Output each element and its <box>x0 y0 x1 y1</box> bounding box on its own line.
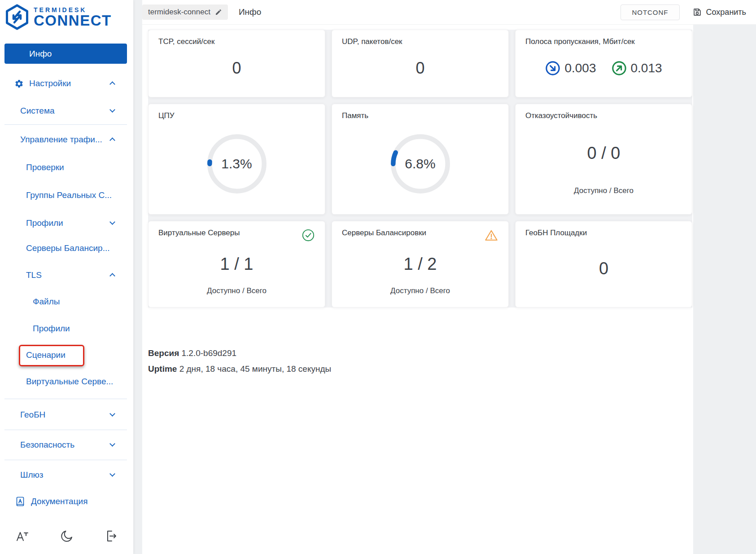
balancer-servers-value: 1 / 2 <box>342 242 498 286</box>
dashboard-card-grid: TCP, сессий/сек 0 UDP, пакетов/сек 0 Пол… <box>148 30 692 308</box>
logout-icon[interactable] <box>105 529 119 543</box>
card-memory: Память 6.8% <box>332 104 509 215</box>
sidebar-item-real-server-groups[interactable]: Группы Реальных С... <box>4 185 127 205</box>
sidebar-item-virtual-servers[interactable]: Виртуальные Серве... <box>4 372 127 391</box>
page-title: Инфо <box>239 7 261 17</box>
sidebar-item-label: Система <box>20 106 55 116</box>
sidebar-item-label: Профили <box>26 218 63 228</box>
sidebar-item-label: Проверки <box>26 163 64 172</box>
memory-gauge: 6.8% <box>389 132 452 195</box>
system-meta: Версия 1.2.0-b69d291 Uptime 2 дня, 18 ча… <box>148 345 331 377</box>
status-ok-check-icon <box>302 229 315 242</box>
sidebar-item-security[interactable]: Безопасность <box>4 435 127 455</box>
chevron-up-icon <box>109 273 115 279</box>
language-icon[interactable] <box>14 529 29 543</box>
sidebar-divider <box>4 460 127 460</box>
bandwidth-inbound: 0.003 <box>545 61 596 76</box>
sidebar-item-tls-files[interactable]: Файлы <box>4 292 127 312</box>
card-tcp: TCP, сессий/сек 0 <box>148 30 325 97</box>
app-window: TERMIDESK CONNECT Инфо Настройки Система… <box>0 0 756 554</box>
floppy-save-icon <box>692 7 702 17</box>
memory-percent-label: 6.8% <box>389 132 452 195</box>
dark-mode-moon-icon[interactable] <box>60 529 74 543</box>
sidebar: TERMIDESK CONNECT Инфо Настройки Система… <box>0 0 133 554</box>
brand-logo[interactable]: TERMIDESK CONNECT <box>4 4 112 31</box>
sidebar-item-balancing-servers[interactable]: Серверы Балансир... <box>4 238 127 258</box>
bandwidth-values: 0.003 0.013 <box>525 46 682 90</box>
card-geo-sites: ГеоБН Площадки 0 <box>515 221 692 308</box>
edit-pencil-icon[interactable] <box>215 9 222 16</box>
sidebar-item-label: Безопасность <box>20 440 74 450</box>
sidebar-item-label: Настройки <box>29 79 71 88</box>
topbar-actions: NOTCONF Сохранить <box>621 4 756 20</box>
version-label: Версия <box>148 348 179 358</box>
sidebar-item-settings[interactable]: Настройки <box>4 74 127 93</box>
hostname-chip[interactable]: termidesk-connect <box>142 4 228 20</box>
card-title: Полоса пропускания, Мбит/сек <box>525 37 635 46</box>
card-title: ГеоБН Площадки <box>525 229 587 237</box>
sidebar-item-info[interactable]: Инфо <box>4 44 127 64</box>
sidebar-item-tls-profiles[interactable]: Профили <box>4 319 127 339</box>
chevron-down-icon <box>109 471 115 477</box>
arrow-down-right-icon <box>545 61 560 76</box>
card-title: Виртуальные Серверы <box>158 229 240 237</box>
sidebar-divider <box>4 430 127 430</box>
card-udp: UDP, пакетов/сек 0 <box>332 30 509 97</box>
failover-value: 0 / 0 <box>525 120 682 186</box>
sidebar-item-scenarios[interactable]: Сценарии <box>4 345 127 365</box>
brand-text: TERMIDESK CONNECT <box>34 6 112 28</box>
topbar: termidesk-connect Инфо NOTCONF Сохранить <box>142 0 756 25</box>
tcp-value: 0 <box>158 46 315 90</box>
card-bandwidth: Полоса пропускания, Мбит/сек 0.003 <box>515 30 692 97</box>
card-virtual-servers: Виртуальные Серверы 1 / 1 Доступно / Все… <box>148 221 325 308</box>
sidebar-divider <box>4 124 127 125</box>
uptime-value: 2 дня, 18 часа, 45 минуты, 18 секунды <box>179 364 332 374</box>
chevron-down-icon <box>109 441 115 447</box>
card-title: Память <box>342 111 368 120</box>
gear-icon <box>14 79 24 88</box>
card-title: Серверы Балансировки <box>342 229 426 237</box>
sidebar-item-label: ГеоБН <box>20 410 45 420</box>
save-button[interactable]: Сохранить <box>692 7 746 17</box>
sidebar-item-profiles[interactable]: Профили <box>4 213 127 233</box>
sidebar-item-label: TLS <box>26 270 42 280</box>
sidebar-item-label: Сценарии <box>26 350 66 360</box>
sidebar-item-geobn[interactable]: ГеоБН <box>4 405 127 425</box>
card-title: UDP, пакетов/сек <box>342 37 402 46</box>
card-failover: Отказоустойчивость 0 / 0 Доступно / Всег… <box>515 104 692 215</box>
uptime-line: Uptime 2 дня, 18 часа, 45 минуты, 18 сек… <box>148 361 331 377</box>
chevron-down-icon <box>109 219 115 225</box>
chevron-down-icon <box>109 107 115 113</box>
sidebar-item-system[interactable]: Система <box>4 101 127 121</box>
bandwidth-outbound: 0.013 <box>612 61 662 76</box>
bandwidth-out-value: 0.013 <box>631 61 662 75</box>
sidebar-divider <box>4 399 127 399</box>
sidebar-item-label: Управление трафи... <box>20 135 102 145</box>
chevron-up-icon <box>109 81 115 87</box>
sidebar-item-documentation[interactable]: Документация <box>4 492 127 511</box>
sidebar-item-label: Шлюз <box>20 470 43 480</box>
cpu-gauge: 1.3% <box>205 132 268 195</box>
brand-line2: CONNECT <box>34 13 112 28</box>
sidebar-item-traffic-management[interactable]: Управление трафи... <box>4 130 127 149</box>
sidebar-item-gateway[interactable]: Шлюз <box>4 465 127 485</box>
sidebar-item-label: Файлы <box>33 297 60 307</box>
sidebar-item-tls[interactable]: TLS <box>4 265 127 285</box>
geo-sites-value: 0 <box>525 237 682 300</box>
chevron-down-icon <box>109 411 115 417</box>
card-balancer-servers: Серверы Балансировки 1 / 2 Доступно / Вс… <box>332 221 509 308</box>
sidebar-item-label: Профили <box>33 324 70 334</box>
sidebar-item-label: Виртуальные Серве... <box>26 377 113 387</box>
version-line: Версия 1.2.0-b69d291 <box>148 345 331 361</box>
status-badge: NOTCONF <box>621 4 679 20</box>
card-cpu: ЦПУ 1.3% <box>148 104 325 215</box>
cpu-percent-label: 1.3% <box>205 132 268 195</box>
sidebar-item-label: Группы Реальных С... <box>26 190 112 200</box>
arrow-up-right-icon <box>612 61 627 76</box>
sidebar-item-checks[interactable]: Проверки <box>4 158 127 177</box>
chevron-up-icon <box>109 137 115 143</box>
hostname-text: termidesk-connect <box>148 8 210 17</box>
card-title: TCP, сессий/сек <box>158 37 214 46</box>
sidebar-item-label: Серверы Балансир... <box>26 243 110 253</box>
book-icon <box>15 496 26 507</box>
